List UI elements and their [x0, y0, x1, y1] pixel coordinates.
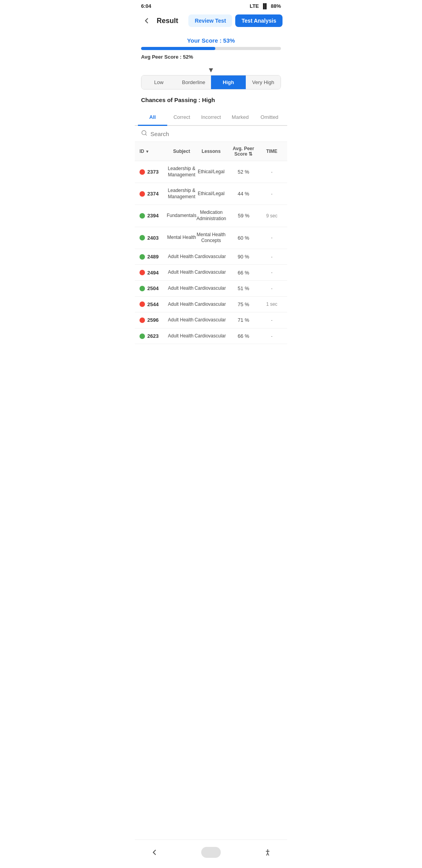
row-lessons: Mental Health Concepts: [197, 232, 226, 244]
peer-score-label: Avg Peer Score : 52%: [141, 54, 281, 60]
table-header: ID ▼ Subject Lessons Avg. Peer Score ⇅ T…: [135, 142, 287, 161]
row-lessons: Cardiovascular: [195, 333, 226, 339]
difficulty-tabs: Low Borderline High Very High: [141, 75, 281, 90]
table-row[interactable]: 2596 Adult Health Cardiovascular 71 % -: [135, 312, 287, 328]
column-header-peer-score[interactable]: Avg. Peer Score ⇅: [226, 146, 261, 157]
table-row[interactable]: 2489 Adult Health Cardiovascular 90 % -: [135, 249, 287, 265]
status-indicator: [139, 213, 145, 219]
status-bar: 6:04 LTE ▐▌ 88%: [135, 0, 287, 11]
row-time: -: [261, 235, 283, 240]
row-peer-score: 75 %: [226, 301, 261, 307]
row-id-2374: 2374: [139, 191, 167, 197]
difficulty-tab-very-high[interactable]: Very High: [246, 75, 281, 89]
table-row[interactable]: 2373 Leadership & Management Ethical/Leg…: [135, 161, 287, 183]
search-icon: [141, 130, 147, 138]
signal-icon: ▐▌: [261, 3, 268, 9]
bottom-navigation: [135, 839, 287, 868]
sort-icon[interactable]: ▼: [145, 149, 149, 154]
difficulty-tab-low[interactable]: Low: [141, 75, 176, 89]
row-subject: Adult Health: [167, 317, 195, 323]
row-lessons: Cardiovascular: [195, 301, 226, 308]
filter-tab-marked[interactable]: Marked: [225, 109, 255, 126]
filter-tabs: All Correct Incorrect Marked Omitted: [135, 109, 287, 126]
row-time: -: [261, 286, 283, 291]
score-title: Your Score : 53%: [141, 37, 281, 44]
table-row[interactable]: 2623 Adult Health Cardiovascular 66 % -: [135, 328, 287, 344]
row-id-2394: 2394: [139, 213, 167, 219]
row-lessons: Cardiovascular: [195, 285, 226, 292]
row-peer-score: 66 %: [226, 333, 261, 339]
table-row[interactable]: 2394 Fundamentals Medication Administrat…: [135, 205, 287, 227]
row-subject: Leadership & Management: [167, 166, 197, 178]
column-header-lessons: Lessons: [197, 149, 226, 154]
lte-icon: LTE: [250, 3, 259, 9]
difficulty-section: ▼ Low Borderline High Very High: [135, 65, 287, 93]
row-lessons: Medication Administration: [197, 210, 226, 222]
filter-tab-correct[interactable]: Correct: [167, 109, 197, 126]
peer-sort-icon: ⇅: [249, 151, 252, 157]
review-test-button[interactable]: Review Test: [188, 14, 232, 27]
column-header-time: TIME: [261, 149, 283, 154]
battery-icon: 88%: [271, 3, 281, 9]
column-header-id: ID ▼: [139, 149, 167, 154]
row-time: -: [261, 191, 283, 197]
status-indicator: [139, 254, 145, 260]
row-peer-score: 90 %: [226, 254, 261, 260]
row-time: 9 sec: [261, 213, 283, 219]
filter-tab-all[interactable]: All: [138, 109, 167, 126]
row-subject: Adult Health: [167, 301, 195, 308]
row-subject: Mental Health: [167, 235, 197, 241]
svg-line-1: [145, 134, 147, 135]
status-indicator: [139, 301, 145, 307]
row-id-2494: 2494: [139, 270, 167, 276]
row-time: 1 sec: [261, 301, 283, 307]
header: Result Review Test Test Analysis: [135, 11, 287, 31]
column-header-subject: Subject: [167, 149, 197, 154]
row-id-2489: 2489: [139, 254, 167, 260]
status-time: 6:04: [141, 3, 151, 9]
row-subject: Adult Health: [167, 285, 195, 292]
nav-back-button[interactable]: [147, 845, 162, 860]
filter-tab-omitted[interactable]: Omitted: [255, 109, 284, 126]
row-time: -: [261, 317, 283, 323]
row-time: -: [261, 169, 283, 175]
table-row[interactable]: 2544 Adult Health Cardiovascular 75 % 1 …: [135, 297, 287, 313]
nav-accessibility-button[interactable]: [260, 845, 275, 860]
status-indicator: [139, 235, 145, 240]
row-time: -: [261, 254, 283, 260]
questions-table: 2373 Leadership & Management Ethical/Leg…: [135, 161, 287, 344]
row-peer-score: 44 %: [226, 191, 261, 197]
difficulty-tab-borderline[interactable]: Borderline: [176, 75, 211, 89]
row-subject: Adult Health: [167, 254, 195, 260]
status-indicator: [139, 169, 145, 175]
table-row[interactable]: 2494 Adult Health Cardiovascular 66 % -: [135, 265, 287, 281]
score-progress-bar: [141, 47, 281, 50]
status-indicator: [139, 334, 145, 339]
status-indicator: [139, 286, 145, 291]
table-row[interactable]: 2403 Mental Health Mental Health Concept…: [135, 227, 287, 249]
table-row[interactable]: 2374 Leadership & Management Ethical/Leg…: [135, 183, 287, 205]
row-peer-score: 52 %: [226, 169, 261, 175]
search-input[interactable]: [150, 131, 281, 137]
test-analysis-button[interactable]: Test Analysis: [235, 14, 283, 27]
back-button[interactable]: [139, 14, 154, 28]
row-peer-score: 71 %: [226, 317, 261, 323]
row-lessons: Ethical/Legal: [197, 191, 226, 197]
row-id-2623: 2623: [139, 333, 167, 339]
row-lessons: Ethical/Legal: [197, 169, 226, 175]
nav-home-button[interactable]: [201, 847, 221, 858]
row-peer-score: 59 %: [226, 213, 261, 219]
table-row[interactable]: 2504 Adult Health Cardiovascular 51 % -: [135, 281, 287, 297]
row-lessons: Cardiovascular: [195, 317, 226, 323]
score-progress-fill: [141, 47, 215, 50]
difficulty-arrow-icon: ▼: [141, 66, 281, 74]
status-indicator: [139, 317, 145, 323]
status-indicators: LTE ▐▌ 88%: [250, 3, 281, 9]
row-subject: Adult Health: [167, 269, 195, 276]
difficulty-tab-high[interactable]: High: [211, 75, 246, 89]
filter-tab-incorrect[interactable]: Incorrect: [197, 109, 226, 126]
row-id-2596: 2596: [139, 317, 167, 323]
search-bar: [135, 126, 287, 142]
row-id-2544: 2544: [139, 301, 167, 307]
row-id-2504: 2504: [139, 285, 167, 291]
